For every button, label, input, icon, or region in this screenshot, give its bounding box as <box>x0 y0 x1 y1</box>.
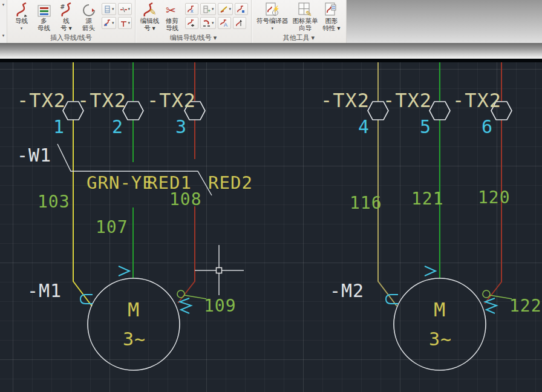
conductor-label[interactable]: RED2 <box>208 174 253 192</box>
svg-text:✎: ✎ <box>305 9 312 18</box>
terminal-tag[interactable]: -TX2 <box>321 91 370 110</box>
wire-dot-icon[interactable]: ▾ <box>102 17 116 29</box>
symbol-builder-button[interactable]: ⚡ 符号编译器 ▾ <box>255 1 290 31</box>
ribbon-left-strip: ▾ ▾ <box>0 0 7 43</box>
wire-gap-icon[interactable]: ▾ <box>118 3 132 15</box>
wire-number-callout[interactable]: 122 <box>509 298 542 315</box>
trim-wire-button[interactable]: ✂ 修剪 导线 <box>161 1 183 31</box>
chevron-down-icon[interactable]: ▾ <box>2 2 5 7</box>
icon-menu-wizard-icon: ✎ <box>298 1 313 18</box>
application-window: ▾ ▾ 导线 ▾ 多 母线 <box>0 0 542 392</box>
motor-letter[interactable]: M <box>128 300 140 319</box>
drawing-properties-button[interactable]: 图形 特性 ▾ <box>321 1 343 31</box>
terminal-hexagon-5[interactable] <box>429 102 450 120</box>
terminal-tag[interactable]: -TX2 <box>77 91 126 110</box>
insert-wire-small-tools: ▾ ▾ ▾ ▾ <box>100 1 132 29</box>
terminal-pin[interactable]: 5 <box>420 118 431 136</box>
insert-ladder-icon[interactable]: ▾ <box>102 3 116 15</box>
wire-number[interactable]: 103 <box>38 194 70 211</box>
cable-tag[interactable]: -W1 <box>17 146 51 165</box>
panel-other-tools-body: ⚡ 符号编译器 ▾ ✎ 图标菜单 向导 图形 特 <box>252 0 346 34</box>
source-arrow-button[interactable]: 源 箭头 <box>77 1 100 31</box>
multiple-bus-button[interactable]: 多 母线 <box>33 1 55 31</box>
terminal-pin[interactable]: 2 <box>112 118 123 136</box>
button-label: 箭头 <box>82 25 95 32</box>
terminal-pin[interactable]: 1 <box>53 118 65 136</box>
svg-text:✂: ✂ <box>166 4 176 17</box>
ribbon-empty-area <box>347 0 542 43</box>
edit-wire-small-tools: x + ▾ ▾ <box>183 1 248 29</box>
terminal-pin[interactable]: 3 <box>175 118 187 136</box>
panel-title-insert-wire: 插入导线/线号 <box>7 34 135 43</box>
motor-tag[interactable]: -M1 <box>27 282 62 300</box>
panel-title-edit-wire[interactable]: 编辑导线/线号 ▾ <box>136 34 251 43</box>
chevron-down-icon: ▾ <box>212 21 214 25</box>
wire-number-callout[interactable]: 109 <box>204 298 237 315</box>
button-label: 导线 <box>15 18 28 25</box>
button-label: 编辑线 <box>140 18 160 25</box>
delete-wire-number-icon[interactable]: x <box>185 3 198 15</box>
wire-number[interactable]: 120 <box>478 189 511 206</box>
chevron-down-icon: ▾ <box>21 25 23 32</box>
edit-wire-number-button[interactable]: ✎ 编辑线 号 ▾ <box>139 1 161 31</box>
multi-bus-icon <box>38 1 51 18</box>
flip-wire-number-icon[interactable] <box>233 17 246 29</box>
wire-squiggle-icon <box>15 1 29 18</box>
ribbon: ▾ ▾ 导线 ▾ 多 母线 <box>0 0 542 43</box>
icon-menu-wizard-button[interactable]: ✎ 图标菜单 向导 <box>290 1 321 31</box>
chevron-down-icon[interactable]: ▾ <box>2 33 5 38</box>
button-label: 多 <box>41 18 47 25</box>
move-wire-number-icon[interactable] <box>185 17 198 29</box>
motor-circle-m2[interactable] <box>394 278 486 370</box>
wire-number[interactable]: 108 <box>169 191 202 208</box>
terminal-tag[interactable]: -TX2 <box>147 91 196 110</box>
chevron-down-icon: ▾ <box>229 7 232 11</box>
svg-text:✎: ✎ <box>149 7 157 17</box>
motor-letter[interactable]: M <box>434 300 446 319</box>
spring-mark-1[interactable] <box>180 298 191 313</box>
terminal-tag[interactable]: -TX2 <box>383 91 432 110</box>
motor-circle-m1[interactable] <box>88 278 180 370</box>
wire-tee-icon[interactable]: ▾ <box>118 17 132 29</box>
wire-number[interactable]: 121 <box>411 191 444 207</box>
panel-insert-wire: 导线 ▾ 多 母线 # 线 号 ▾ <box>7 0 136 43</box>
panel-insert-wire-body: 导线 ▾ 多 母线 # 线 号 ▾ <box>7 0 135 34</box>
svg-text:#: # <box>60 3 65 11</box>
button-label: 号 ▾ <box>60 25 72 32</box>
chevron-down-icon: ▾ <box>272 25 274 32</box>
motor-phase[interactable]: 3~ <box>123 330 146 348</box>
button-label: 母线 <box>38 25 50 32</box>
chevron-down-icon: ▾ <box>112 21 114 25</box>
button-label: 修剪 <box>166 18 178 25</box>
find-replace-wire-number-icon[interactable]: A <box>218 17 231 29</box>
svg-text:+: + <box>207 8 211 13</box>
callout-loop-109[interactable] <box>177 290 184 298</box>
wire-arrow-mark-1[interactable] <box>119 266 129 276</box>
swap-wire-number-icon[interactable]: ▾ <box>200 17 216 29</box>
pickbox <box>217 268 222 273</box>
terminal-tag[interactable]: -TX2 <box>17 91 66 110</box>
terminal-tag[interactable]: -TX2 <box>452 91 501 110</box>
button-label: 源 <box>85 18 92 25</box>
chevron-down-icon: ▾ <box>112 7 114 11</box>
canvas-top-edge <box>0 59 542 62</box>
callout-loop-122[interactable] <box>483 290 490 298</box>
terminal-pin[interactable]: 4 <box>358 118 370 136</box>
conductor-label[interactable]: GRN-YE <box>87 174 154 192</box>
motor-phase[interactable]: 3~ <box>429 330 452 348</box>
insert-ladder-plus-icon[interactable]: + ▾ <box>200 3 216 15</box>
terminal-pin[interactable]: 6 <box>482 118 493 136</box>
panel-title-other-tools[interactable]: 其他工具 ▾ <box>252 34 346 43</box>
wire-arrow-mark-2[interactable] <box>425 266 436 276</box>
insert-wire-button[interactable]: 导线 ▾ <box>10 1 33 31</box>
wire-number-button[interactable]: # 线 号 ▾ <box>55 1 77 31</box>
drawing-canvas[interactable]: -TX2 -TX2 -TX2 -TX2 -TX2 -TX2 1 2 3 4 5 … <box>0 59 542 392</box>
motor-tag[interactable]: -M2 <box>330 282 364 300</box>
wire-number[interactable]: 107 <box>96 219 128 236</box>
wire-number-leader-icon[interactable]: ▾ <box>218 3 233 15</box>
edit-wire-number-icon: ✎ <box>142 1 158 18</box>
wire-number[interactable]: 116 <box>350 195 382 212</box>
copy-wire-number-icon[interactable] <box>235 3 248 15</box>
drawing-properties-icon <box>324 1 339 18</box>
button-label: 特性 ▾ <box>322 25 340 32</box>
